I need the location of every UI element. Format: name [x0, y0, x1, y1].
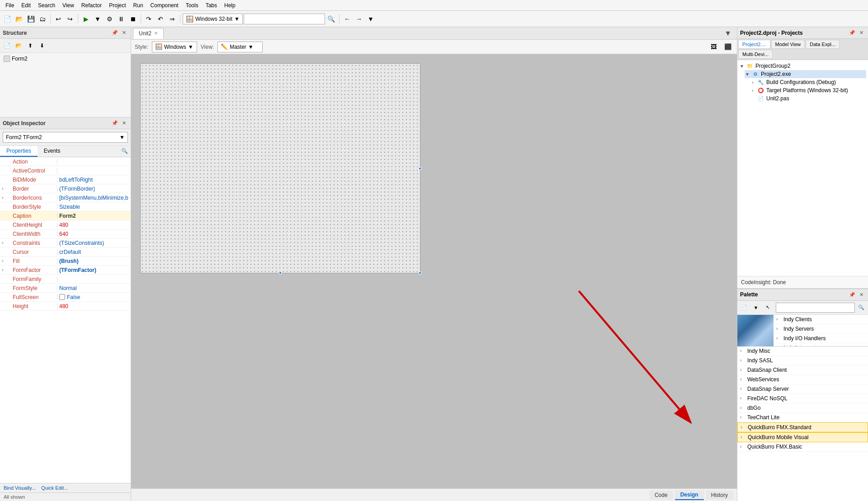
- oi-close-btn[interactable]: ✕: [120, 119, 128, 127]
- prop-activecontrol[interactable]: ActiveControl: [0, 166, 131, 175]
- prop-height[interactable]: Height 480: [0, 302, 131, 311]
- structure-form2[interactable]: Form2: [2, 55, 129, 63]
- prop-caption[interactable]: Caption Form2: [0, 211, 131, 220]
- forward-btn[interactable]: →: [354, 14, 364, 24]
- form-canvas[interactable]: [140, 63, 420, 273]
- platform-dropdown[interactable]: 🪟 Windows 32-bit ▼: [183, 14, 243, 24]
- tab-expand-btn[interactable]: ▼: [721, 29, 735, 37]
- forward-arrow-btn[interactable]: ▼: [365, 14, 376, 24]
- oi-search-icon[interactable]: 🔍: [118, 146, 131, 157]
- palette-dbgo[interactable]: › dbGo: [737, 403, 868, 413]
- projects-close-btn[interactable]: ✕: [857, 29, 865, 37]
- pin-btn[interactable]: 📌: [111, 29, 119, 37]
- redo-btn[interactable]: ↪: [65, 14, 75, 24]
- pause-btn[interactable]: ⏸: [116, 14, 127, 24]
- run-btn[interactable]: ▶: [80, 14, 91, 24]
- tree-projectgroup2[interactable]: ▼ 📁 ProjectGroup2: [739, 62, 866, 70]
- palette-indy-sasl[interactable]: › Indy SASL: [737, 356, 868, 365]
- palette-quickburro-fmx-basic[interactable]: › QuickBurro FMX.Basic: [737, 442, 868, 452]
- palette-search-input[interactable]: [776, 303, 855, 313]
- palette-cursor-btn[interactable]: ↖: [762, 302, 773, 313]
- save-btn[interactable]: 💾: [25, 14, 36, 24]
- menu-tools[interactable]: Tools: [182, 1, 202, 9]
- menu-help[interactable]: Help: [221, 1, 239, 9]
- palette-teechart-lite[interactable]: › TeeChart Lite: [737, 413, 868, 422]
- fullscreen-checkbox[interactable]: [59, 294, 65, 300]
- prop-formstyle[interactable]: FormStyle Normal: [0, 284, 131, 293]
- prop-cursor[interactable]: Cursor crDefault: [0, 248, 131, 257]
- palette-datasnap-client[interactable]: › DataSnap Client: [737, 365, 868, 375]
- prop-fullscreen[interactable]: FullScreen False: [0, 293, 131, 302]
- menu-project[interactable]: Project: [105, 1, 129, 9]
- oi-tab-events[interactable]: Events: [38, 146, 67, 157]
- resize-handle-right[interactable]: [419, 167, 421, 170]
- proj-tab-project2[interactable]: Project2....: [738, 40, 770, 49]
- save-all-btn[interactable]: 🗂: [37, 14, 48, 24]
- prop-fill[interactable]: › Fill (Brush): [0, 257, 131, 266]
- prop-borderstyle[interactable]: BorderStyle Sizeable: [0, 202, 131, 211]
- new-btn[interactable]: 📄: [2, 14, 13, 24]
- menu-view[interactable]: View: [59, 1, 78, 9]
- back-btn[interactable]: ←: [342, 14, 353, 24]
- proj-tab-dataexpl[interactable]: Data Expl...: [806, 40, 840, 49]
- design-btn[interactable]: Design: [675, 490, 704, 500]
- menu-component[interactable]: Component: [147, 1, 182, 9]
- menu-edit[interactable]: Edit: [18, 1, 34, 9]
- oi-pin-btn[interactable]: 📌: [111, 119, 119, 127]
- menu-refactor[interactable]: Refactor: [78, 1, 105, 9]
- oi-form-select[interactable]: Form2 TForm2 ▼: [3, 132, 128, 143]
- palette-webservices[interactable]: › WebServices: [737, 375, 868, 384]
- view-dropdown[interactable]: ✏️ Master ▼: [217, 42, 263, 52]
- palette-firedac-nosql[interactable]: › FireDAC NoSQL: [737, 394, 868, 403]
- style-dropdown[interactable]: 🪟 Windows ▼: [152, 42, 197, 52]
- palette-indy-servers[interactable]: › Indy Servers: [774, 324, 868, 334]
- palette-indy-io-handlers[interactable]: › Indy I/O Handlers: [774, 334, 868, 343]
- struct-down-btn[interactable]: ⬇: [37, 40, 47, 51]
- proj-tab-modelview[interactable]: Model View: [771, 40, 805, 49]
- tree-unit2pas[interactable]: 📄 Unit2.pas: [750, 94, 866, 103]
- prop-bordericons[interactable]: › BorderIcons [biSystemMenu,biMinimize,b: [0, 193, 131, 202]
- menu-search[interactable]: Search: [34, 1, 59, 9]
- palette-datasnap-server[interactable]: › DataSnap Server: [737, 384, 868, 394]
- tree-project2exe[interactable]: ▼ ⚙ Project2.exe: [745, 70, 866, 78]
- resize-handle-bottom[interactable]: [279, 272, 282, 274]
- tab-unit2[interactable]: Unit2 ✕: [133, 28, 164, 39]
- palette-pin-btn[interactable]: 📌: [848, 290, 856, 299]
- palette-arrow-btn[interactable]: ▼: [750, 302, 761, 313]
- struct-up-btn[interactable]: ⬆: [25, 40, 36, 51]
- proj-tab-multidev[interactable]: Multi-Devi...: [738, 50, 773, 59]
- prop-clientheight[interactable]: ClientHeight 480: [0, 220, 131, 229]
- palette-search-btn[interactable]: 🔍: [856, 302, 867, 313]
- prop-action[interactable]: Action: [0, 157, 131, 166]
- tree-buildconfig[interactable]: › 🔧 Build Configurations (Debug): [750, 78, 866, 86]
- prop-constraints[interactable]: › Constraints (TSizeConstraints): [0, 239, 131, 248]
- close-structure-btn[interactable]: ✕: [120, 29, 128, 37]
- step3-btn[interactable]: ⇒: [167, 14, 178, 24]
- design-icon2[interactable]: ⬛: [722, 42, 733, 52]
- bind-visually-link[interactable]: Bind Visually...: [4, 485, 36, 491]
- tree-targetplatforms[interactable]: › ⭕ Target Platforms (Windows 32-bit): [750, 86, 866, 94]
- run-arrow-btn[interactable]: ▼: [92, 14, 103, 24]
- prop-formfactor[interactable]: › FormFactor (TFormFactor): [0, 266, 131, 275]
- menu-tabs[interactable]: Tabs: [202, 1, 221, 9]
- run-config-input[interactable]: [244, 14, 325, 24]
- tab-unit2-close[interactable]: ✕: [154, 31, 158, 36]
- open-btn[interactable]: 📂: [14, 14, 24, 24]
- oi-tab-properties[interactable]: Properties: [0, 146, 38, 157]
- palette-new-btn[interactable]: 📄: [739, 302, 750, 313]
- history-btn[interactable]: History: [706, 491, 733, 500]
- prop-formfamily[interactable]: FormFamily: [0, 275, 131, 284]
- prop-bidimode[interactable]: BiDiMode bdLeftToRight: [0, 175, 131, 184]
- stop-btn[interactable]: ⏹: [127, 14, 138, 24]
- struct-new-btn[interactable]: 📄: [1, 40, 12, 51]
- palette-indy-clients[interactable]: › Indy Clients: [774, 315, 868, 324]
- browse-btn[interactable]: 🔍: [326, 14, 337, 24]
- resize-handle-br[interactable]: [419, 272, 421, 274]
- palette-quickburro-mobile-visual[interactable]: › QuickBurro Mobile Visual: [737, 432, 868, 442]
- menu-file[interactable]: File: [2, 1, 18, 9]
- step-btn[interactable]: ↷: [143, 14, 154, 24]
- prop-border[interactable]: › Border (TFormBorder): [0, 184, 131, 193]
- code-btn[interactable]: Code: [649, 491, 673, 500]
- quick-edit-link[interactable]: Quick Edit...: [41, 485, 68, 491]
- run-config-btn[interactable]: ⚙: [104, 14, 115, 24]
